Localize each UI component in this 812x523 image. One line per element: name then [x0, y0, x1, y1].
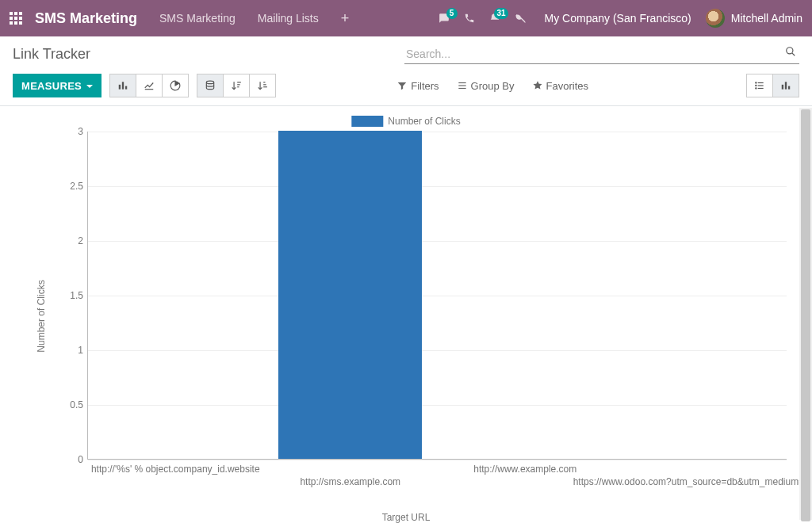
breadcrumb: Link Tracker — [13, 46, 90, 63]
svg-line-1 — [792, 53, 795, 55]
graph-type-group — [109, 74, 189, 97]
grid-line — [88, 241, 787, 242]
graph-view-button[interactable] — [772, 74, 799, 97]
y-tick-label: 1.5 — [59, 290, 83, 301]
filters-button[interactable]: Filters — [396, 80, 439, 92]
svg-rect-4 — [125, 86, 127, 90]
plot-area: 00.511.522.53http://'%s' % object.compan… — [87, 132, 787, 460]
stack-sort-group — [197, 74, 276, 97]
control-panel: Measures Filters Group By — [0, 69, 812, 106]
debug-icon[interactable] — [515, 13, 526, 24]
menu-sms-marketing[interactable]: SMS Marketing — [159, 12, 236, 25]
company-switcher[interactable]: My Company (San Francisco) — [545, 12, 691, 25]
x-tick-label: https://www.odoo.com?utm_source=db&utm_m… — [573, 476, 812, 487]
svg-point-21 — [756, 85, 756, 86]
search-wrap — [404, 44, 799, 64]
grid-line — [88, 460, 787, 460]
favorites-button[interactable]: Favorites — [532, 80, 588, 92]
x-tick-label: http://www.example.com — [473, 464, 576, 475]
y-tick-label: 1 — [59, 345, 83, 356]
search-options: Filters Group By Favorites — [396, 80, 588, 92]
stacked-button[interactable] — [197, 74, 224, 97]
scrollbar-thumb[interactable] — [801, 109, 810, 521]
svg-rect-25 — [788, 86, 790, 90]
line-chart-button[interactable] — [136, 74, 163, 97]
sort-asc-button[interactable] — [249, 74, 276, 97]
view-switcher — [747, 74, 799, 97]
menu-mailing-lists[interactable]: Mailing Lists — [258, 12, 319, 25]
search-icon[interactable] — [785, 46, 796, 59]
x-tick-label: http://'%s' % object.company_id.website — [91, 464, 260, 475]
y-tick-label: 3 — [59, 126, 83, 137]
svg-rect-23 — [782, 85, 783, 90]
user-menu[interactable]: Mitchell Admin — [706, 9, 802, 28]
svg-point-20 — [756, 82, 756, 83]
brand-title[interactable]: SMS Marketing — [35, 10, 137, 27]
activities-badge: 31 — [494, 8, 508, 19]
svg-rect-24 — [785, 82, 787, 89]
legend-swatch — [351, 116, 383, 127]
systray: 5 31 My Company (San Francisco) Mitchell… — [439, 9, 802, 28]
y-tick-label: 2.5 — [59, 181, 83, 192]
legend-label: Number of Clicks — [388, 116, 460, 127]
discuss-badge: 5 — [446, 8, 458, 19]
discuss-icon[interactable]: 5 — [439, 13, 450, 24]
subheader: Link Tracker — [0, 36, 812, 69]
grid-line — [88, 296, 787, 296]
avatar — [706, 9, 725, 28]
pie-chart-button[interactable] — [162, 74, 189, 97]
chart-legend[interactable]: Number of Clicks — [351, 116, 460, 127]
activities-icon[interactable]: 31 — [489, 13, 500, 24]
x-axis-label: Target URL — [382, 512, 431, 523]
y-axis-label: Number of Clicks — [36, 280, 47, 352]
list-view-button[interactable] — [746, 74, 773, 97]
measures-label: Measures — [21, 80, 82, 92]
search-input[interactable] — [404, 44, 799, 63]
user-name: Mitchell Admin — [731, 12, 802, 25]
scrollbar[interactable] — [799, 108, 812, 520]
grid-line — [88, 186, 787, 187]
svg-rect-3 — [122, 82, 124, 89]
grid-line — [88, 132, 787, 132]
groupby-label: Group By — [471, 80, 515, 92]
svg-point-5 — [206, 81, 213, 84]
chart-area: Number of Clicks Number of Clicks Target… — [0, 106, 812, 523]
measures-button[interactable]: Measures — [13, 74, 102, 97]
y-tick-label: 2 — [59, 235, 83, 246]
groupby-button[interactable]: Group By — [457, 80, 515, 92]
svg-point-0 — [787, 48, 793, 54]
y-tick-label: 0.5 — [59, 399, 83, 410]
bar[interactable] — [278, 131, 422, 459]
x-tick-label: http://sms.example.com — [300, 476, 400, 487]
y-tick-label: 0 — [59, 454, 83, 465]
new-menu-button[interactable]: + — [341, 10, 350, 27]
favorites-label: Favorites — [546, 80, 588, 92]
filters-label: Filters — [411, 80, 439, 92]
caret-down-icon — [82, 80, 93, 92]
svg-point-22 — [756, 88, 756, 89]
sort-desc-button[interactable] — [223, 74, 250, 97]
apps-icon[interactable] — [10, 12, 22, 25]
bar-chart-button[interactable] — [109, 74, 136, 97]
grid-line — [88, 350, 787, 351]
top-nav: SMS Marketing SMS Marketing Mailing List… — [0, 0, 812, 36]
svg-rect-2 — [119, 85, 121, 90]
phone-icon[interactable] — [464, 13, 475, 24]
grid-line — [88, 405, 787, 406]
